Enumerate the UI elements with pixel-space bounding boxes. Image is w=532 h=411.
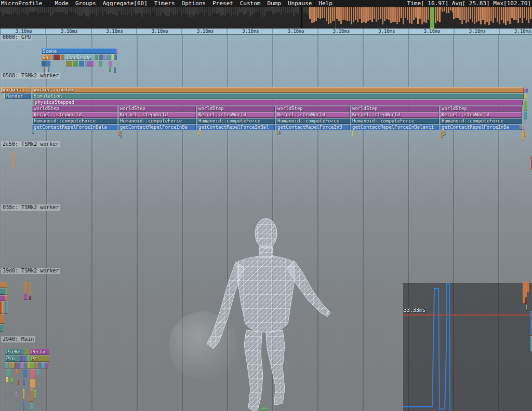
menu-items: ModeGroupsAggregate[60]TimersOptionsPres… [55,0,339,7]
flame-bar[interactable]: Humanoid::computeForce [118,118,196,124]
histogram-bar [413,7,415,20]
histogram-bar [46,7,47,13]
mini-bar [66,61,72,66]
flame-bar[interactable]: PreRe [5,349,24,355]
histogram-bar [100,7,101,12]
flame-bar[interactable]: Pr [30,355,49,362]
flame-bar[interactable]: Kernel::stepWorld [351,112,439,118]
histogram-bar [526,7,527,20]
flame-bar[interactable]: Humanoid::computeForce [197,118,275,124]
mini-bar [85,61,87,66]
flame-bar[interactable]: getContactRepelForceInBala [32,125,117,130]
flame-bar[interactable]: getContactRepelForceInBal [197,125,275,130]
menu-item-preset[interactable]: Preset [212,0,233,7]
mini-bar [524,88,526,92]
flame-bar[interactable]: worldStep [440,106,522,112]
histogram-bar [189,7,191,17]
mini-bar [24,362,27,368]
menu-item-mode[interactable]: Mode [55,0,69,7]
flame-bar[interactable]: Render [5,93,31,99]
flame-bar[interactable]: worldStep [351,106,439,112]
histogram-bar [210,7,211,16]
flame-bar[interactable]: Kernel::stepWorld [197,112,275,118]
menu-item-custom[interactable]: Custom [240,0,261,7]
flame-bar[interactable]: Kernel::stepWorld [118,112,196,118]
frame-time-graph-panel[interactable]: 33.33ms [403,283,532,411]
flame-bar[interactable]: Simulation [32,93,524,99]
time-axis: 3.16ms3.16ms3.16ms3.16ms3.16ms3.16ms3.16… [0,29,532,35]
menu-item-options[interactable]: Options [182,0,206,7]
thread-label: 2940: Main [1,336,35,342]
flame-bar[interactable]: worldStep [197,106,275,112]
histogram-bar [208,7,209,16]
flame-bar[interactable]: HbaaRende [64,54,94,60]
menu-item-unpause[interactable]: Unpause [288,0,312,7]
mini-bar [277,131,278,135]
histogram-bar [4,7,6,13]
mini-bar [24,282,27,293]
mini-bar [30,379,35,388]
mini-bar [23,389,24,400]
histogram-bar [69,7,70,11]
flame-bar[interactable]: getContactRepelForceInB [276,125,350,130]
histogram-bar [8,7,10,15]
histogram-bar [33,7,35,12]
flame-bar[interactable]: physicsStepped [33,100,523,105]
menu-item-timers[interactable]: Timers [154,0,175,7]
flame-bar[interactable]: Humanoid::computeForce [32,118,117,124]
histogram-bar [450,7,451,10]
histogram-bar [214,7,216,12]
histogram-bar [409,7,410,23]
histogram-bar [200,7,201,12]
time-axis-tick: 3.16ms [181,29,227,34]
histogram-bar [145,7,147,14]
menu-item-groups[interactable]: Groups [75,0,96,7]
flame-bar[interactable]: Worker:: [1,87,31,93]
histogram-bar [507,7,509,21]
histogram-bar [10,7,12,15]
histogram-bar [168,7,170,16]
thread-label: 0000: GPU [1,34,32,40]
histogram-bar [440,7,441,10]
frame-history-histogram[interactable] [0,7,532,29]
flame-bar[interactable]: Kernel::stepWorld [440,112,522,118]
mini-bar [2,302,3,314]
thread-label: 0588: TSMk2 worker [1,73,60,79]
flame-bar[interactable]: Kernel::stepWorld [32,112,117,118]
histogram-bar [62,7,64,12]
flame-bar[interactable]: Humanoid::computeForce [440,118,522,124]
mini-bar [524,94,527,99]
histogram-bar [417,7,419,24]
flame-bar[interactable]: Perfo [30,349,49,355]
flame-bar[interactable]: Worker::runJob [32,87,524,93]
histogram-bar [237,7,238,17]
flame-bar[interactable]: worldStep [32,106,117,112]
flame-bar[interactable]: Kernel::stepWorld [276,112,350,118]
flame-bar[interactable]: getContactRepelForceInBalanci [351,125,439,130]
menu-item-aggregate60[interactable]: Aggregate[60] [103,0,148,7]
histogram-bar [285,7,286,15]
flame-bar[interactable]: worldStep [118,106,196,112]
mini-bar [73,61,78,66]
mini-bar [112,54,114,60]
mini-bar [109,67,111,72]
mini-bar [279,131,281,134]
flame-bar[interactable]: Humanoid::computeForce [276,118,350,124]
histogram-bar [177,7,178,14]
flame-bar[interactable]: getContactRepelForceInBa [440,125,522,130]
mini-bar [106,54,111,60]
flame-bar[interactable]: getContactRepelForceInBa [118,125,196,130]
flame-bar[interactable]: Sh [42,54,51,60]
flame-bar[interactable]: Scene [42,48,116,54]
histogram-bar [241,7,243,12]
histogram-bar [419,7,421,19]
histogram-bar [37,7,39,13]
menu-item-dump[interactable]: Dump [267,0,281,7]
flame-bar[interactable]: Pro [5,355,20,362]
histogram-bar [486,7,488,22]
flame-bar[interactable]: Humanoid::computeForce [351,118,439,124]
menu-item-help[interactable]: Help [318,0,332,7]
histogram-bar [164,7,166,15]
histogram-bar [378,7,379,20]
flame-bar[interactable]: worldStep [276,106,350,112]
